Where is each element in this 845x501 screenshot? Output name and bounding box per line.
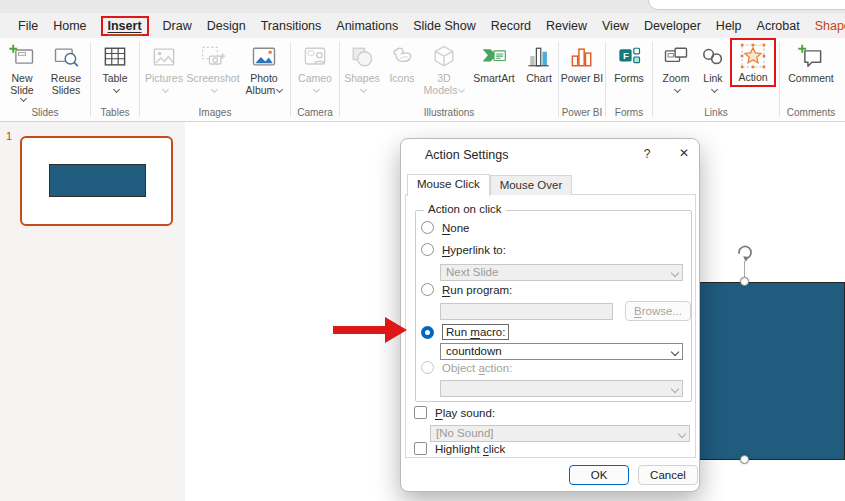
tab-slide-show[interactable]: Slide Show <box>412 17 477 35</box>
group-tables: Table Tables <box>91 38 139 121</box>
group-label-power-bi: Power BI <box>559 105 605 121</box>
run-macro-option[interactable]: Run macro: <box>421 324 509 340</box>
screenshot-button: Screenshot <box>187 41 239 91</box>
reuse-slides-button[interactable]: Reuse Slides <box>43 41 89 96</box>
play-sound-checkbox[interactable] <box>414 406 427 419</box>
new-slide-button[interactable]: New Slide <box>1 41 43 101</box>
forms-icon: F <box>615 42 643 72</box>
run-macro-label: Run macro: <box>442 324 509 340</box>
chart-icon <box>525 42 553 72</box>
dropdown-chevron-icon <box>458 86 465 93</box>
hyperlink-label: Hyperlink to: <box>442 244 506 256</box>
action-on-click-label: Action on click <box>424 203 506 215</box>
none-option[interactable]: None <box>421 221 470 234</box>
zoom-button[interactable]: Zoom <box>656 41 696 91</box>
group-label-slides: Slides <box>0 105 90 121</box>
run-program-option[interactable]: Run program: <box>421 283 512 296</box>
dropdown-chevron-icon <box>161 86 168 93</box>
link-chain-icon <box>699 42 727 72</box>
highlight-click-option[interactable]: Highlight click <box>414 442 505 455</box>
svg-text:F: F <box>623 50 629 61</box>
tab-record[interactable]: Record <box>490 17 532 35</box>
tab-review[interactable]: Review <box>545 17 588 35</box>
group-label-images: Images <box>140 105 290 121</box>
tab-transitions[interactable]: Transitions <box>260 17 323 35</box>
highlight-click-checkbox[interactable] <box>414 442 427 455</box>
ok-button[interactable]: OK <box>569 465 629 485</box>
tab-insert[interactable]: Insert <box>101 16 149 36</box>
tab-animations[interactable]: Animations <box>335 17 399 35</box>
new-slide-icon <box>8 42 36 72</box>
group-camera: Cameo Camera <box>291 38 339 121</box>
rotate-handle-icon[interactable] <box>735 243 754 262</box>
thumbnail-rectangle-shape <box>49 164 146 197</box>
tab-home[interactable]: Home <box>52 17 87 35</box>
dropdown-chevron-icon <box>673 86 680 93</box>
play-sound-option[interactable]: Play sound: <box>414 406 495 419</box>
tab-design[interactable]: Design <box>206 17 247 35</box>
table-button[interactable]: Table <box>93 41 137 91</box>
group-comments: Comment Comments <box>780 38 842 121</box>
group-illustrations: Shapes Icons 3D Models <box>340 38 558 121</box>
dialog-close-button[interactable]: ✕ <box>675 146 693 164</box>
link-button[interactable]: Link <box>696 41 730 91</box>
tab-mouse-over[interactable]: Mouse Over <box>490 175 573 195</box>
hyperlink-to-combobox: Next Slide <box>440 264 683 281</box>
dropdown-chevron-icon <box>359 86 366 93</box>
dropdown-chevron-icon <box>112 86 119 93</box>
dialog-title: Action Settings <box>425 148 508 162</box>
run-macro-combobox[interactable]: countdown <box>440 343 683 360</box>
group-label-forms: Forms <box>606 105 652 121</box>
run-macro-value: countdown <box>446 345 502 357</box>
hyperlink-radio[interactable] <box>421 243 434 256</box>
object-action-option: Object action: <box>421 361 512 374</box>
screenshot-icon <box>199 42 227 72</box>
play-sound-value: [No Sound] <box>436 427 494 439</box>
run-macro-radio[interactable] <box>421 326 434 339</box>
titlebar-partial-control <box>648 0 845 10</box>
tab-help[interactable]: Help <box>715 17 743 35</box>
power-bi-button[interactable]: Power BI <box>560 41 604 84</box>
zoom-slides-icon <box>662 42 690 72</box>
tab-file[interactable]: File <box>17 17 39 35</box>
object-action-label: Object action: <box>442 362 512 374</box>
powerpoint-window: File Home Insert Draw Design Transitions… <box>0 0 845 501</box>
action-button[interactable]: Action <box>730 38 776 87</box>
reuse-slides-icon <box>52 42 80 72</box>
run-program-radio[interactable] <box>421 283 434 296</box>
shape-bottom-handle[interactable] <box>740 455 749 464</box>
tab-developer[interactable]: Developer <box>643 17 702 35</box>
3d-models-cube-icon <box>430 42 458 72</box>
combo-chevron-icon <box>671 269 679 277</box>
smartart-icon <box>480 42 508 72</box>
title-bar-strip <box>0 0 845 13</box>
combo-chevron-icon <box>678 430 686 438</box>
annotation-arrow <box>330 310 410 350</box>
shape-top-handle[interactable] <box>740 277 749 286</box>
tab-shape-format[interactable]: Shape Format <box>814 17 845 35</box>
cancel-button[interactable]: Cancel <box>638 465 698 485</box>
slide-thumbnail[interactable] <box>20 136 173 226</box>
cameo-button: Cameo <box>293 41 337 91</box>
comment-button[interactable]: Comment <box>782 41 840 84</box>
dropdown-chevron-icon <box>276 86 283 93</box>
dialog-tabs: Mouse Click Mouse Over <box>407 173 572 195</box>
smartart-button[interactable]: SmartArt <box>468 41 520 84</box>
mouse-click-tab-page: Action on click None Hyperlink to: Next … <box>405 194 696 458</box>
dialog-help-button[interactable]: ? <box>639 147 655 163</box>
ribbon-tab-bar: File Home Insert Draw Design Transitions… <box>0 13 845 38</box>
table-icon <box>101 42 129 72</box>
forms-button[interactable]: F Forms <box>607 41 651 84</box>
tab-mouse-click[interactable]: Mouse Click <box>407 174 490 196</box>
chart-button[interactable]: Chart <box>520 41 558 84</box>
tab-draw[interactable]: Draw <box>162 17 193 35</box>
group-label-links: Links <box>653 105 779 121</box>
ribbon: New Slide Reuse Slides Slides <box>0 38 845 122</box>
tab-acrobat[interactable]: Acrobat <box>756 17 801 35</box>
tab-view[interactable]: View <box>601 17 630 35</box>
3d-models-button: 3D Models <box>420 41 468 96</box>
none-radio[interactable] <box>421 221 434 234</box>
shapes-icon <box>348 42 376 72</box>
photo-album-button[interactable]: Photo Album <box>239 41 289 96</box>
hyperlink-option[interactable]: Hyperlink to: <box>421 243 506 256</box>
